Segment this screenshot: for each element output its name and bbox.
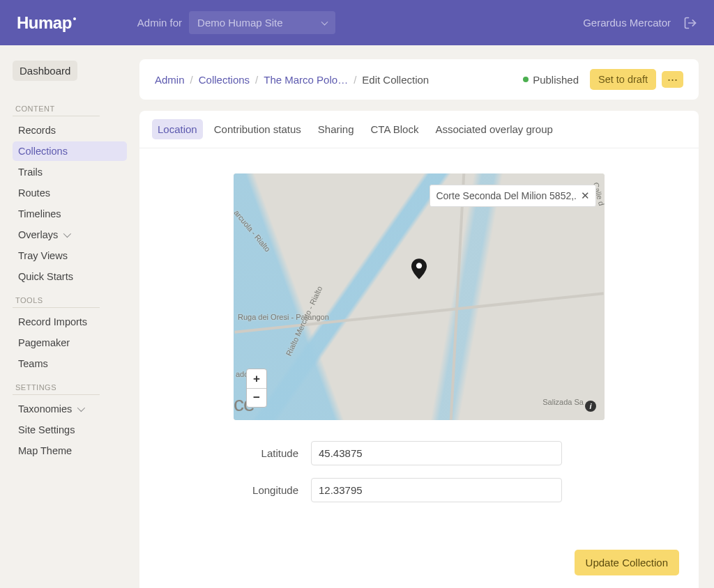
breadcrumb-sep: / [354, 74, 356, 86]
page-header: Admin / Collections / The Marco Polo… / … [139, 59, 699, 100]
sidebar-item-records[interactable]: Records [13, 121, 127, 140]
sidebar-item-tray-views[interactable]: Tray Views [13, 246, 127, 265]
site-selector-value: Demo Humap Site [197, 17, 283, 29]
content-card: Location Contribution status Sharing CTA… [139, 111, 699, 588]
sidebar-item-teams[interactable]: Teams [13, 354, 127, 373]
status-label: Published [533, 74, 579, 86]
longitude-label: Longitude [172, 484, 311, 496]
sidebar: Dashboard CONTENT Records Collections Tr… [0, 45, 139, 588]
sidebar-item-label: Taxonomies [18, 403, 72, 415]
sidebar-item-routes[interactable]: Routes [13, 183, 127, 203]
breadcrumb: Admin / Collections / The Marco Polo… / … [155, 74, 429, 86]
divider [13, 116, 100, 116]
admin-for-label: Admin for [137, 17, 182, 29]
sidebar-section-tools: TOOLS [15, 296, 127, 304]
breadcrumb-admin[interactable]: Admin [155, 74, 185, 86]
longitude-input[interactable] [311, 478, 562, 502]
chevron-down-icon [63, 230, 71, 238]
map-search-value: Corte Seconda Del Milion 5852,. [436, 190, 577, 201]
tab-cta-block[interactable]: CTA Block [365, 119, 425, 139]
map[interactable]: arcuola - Rialto Ruga dei Oresi - Parang… [234, 173, 605, 420]
user-name[interactable]: Gerardus Mercator [583, 17, 671, 29]
dashboard-button[interactable]: Dashboard [13, 61, 77, 81]
sidebar-section-content: CONTENT [15, 105, 127, 113]
set-to-draft-button[interactable]: Set to draft [590, 69, 656, 90]
breadcrumb-collections[interactable]: Collections [199, 74, 250, 86]
logo[interactable]: Humap [17, 13, 75, 33]
tabs: Location Contribution status Sharing CTA… [139, 111, 699, 148]
breadcrumb-sep: / [190, 74, 193, 86]
main: Admin / Collections / The Marco Polo… / … [139, 45, 714, 588]
map-street-label: Ruga dei Oresi - Parangon [238, 313, 329, 321]
sidebar-item-collections[interactable]: Collections [13, 141, 127, 161]
sidebar-item-label: Overlays [18, 229, 58, 240]
map-search-box: Corte Seconda Del Milion 5852,. ✕ [430, 185, 596, 207]
sidebar-item-overlays[interactable]: Overlays [13, 225, 127, 245]
sidebar-section-settings: SETTINGS [15, 383, 127, 392]
svg-point-1 [416, 263, 422, 269]
info-icon[interactable]: i [585, 401, 596, 412]
map-canvas [234, 173, 605, 420]
close-icon[interactable]: ✕ [581, 189, 590, 202]
latitude-input[interactable] [311, 441, 562, 465]
sidebar-item-map-theme[interactable]: Map Theme [13, 441, 127, 461]
breadcrumb-item[interactable]: The Marco Polo… [264, 74, 348, 86]
tab-location[interactable]: Location [152, 119, 203, 139]
sidebar-item-quick-starts[interactable]: Quick Starts [13, 267, 127, 286]
zoom-control: + − [246, 369, 267, 408]
map-street-label: Salizada Sa [542, 398, 584, 406]
tab-associated-overlay-group[interactable]: Associated overlay group [430, 119, 558, 139]
breadcrumb-current: Edit Collection [362, 74, 429, 86]
zoom-out-button[interactable]: − [247, 388, 266, 407]
more-actions-button[interactable]: ··· [662, 71, 683, 88]
sidebar-item-timelines[interactable]: Timelines [13, 204, 127, 224]
topbar: Humap Admin for Demo Humap Site Gerardus… [0, 0, 714, 45]
tab-sharing[interactable]: Sharing [312, 119, 360, 139]
logout-icon[interactable] [683, 16, 697, 30]
tab-contribution-status[interactable]: Contribution status [208, 119, 307, 139]
zoom-in-button[interactable]: + [247, 369, 266, 388]
sidebar-item-trails[interactable]: Trails [13, 162, 127, 182]
sidebar-item-pagemaker[interactable]: Pagemaker [13, 333, 127, 353]
latitude-label: Latitude [172, 447, 311, 459]
site-selector[interactable]: Demo Humap Site [189, 11, 335, 34]
sidebar-item-record-imports[interactable]: Record Imports [13, 312, 127, 332]
status-dot-icon [523, 77, 529, 82]
map-marker-icon[interactable] [411, 258, 427, 279]
breadcrumb-sep: / [255, 74, 258, 86]
divider [13, 307, 100, 308]
sidebar-item-taxonomies[interactable]: Taxonomies [13, 399, 127, 419]
divider [13, 394, 100, 395]
chevron-down-icon [77, 404, 85, 412]
sidebar-item-site-settings[interactable]: Site Settings [13, 420, 127, 440]
update-collection-button[interactable]: Update Collection [575, 550, 679, 575]
